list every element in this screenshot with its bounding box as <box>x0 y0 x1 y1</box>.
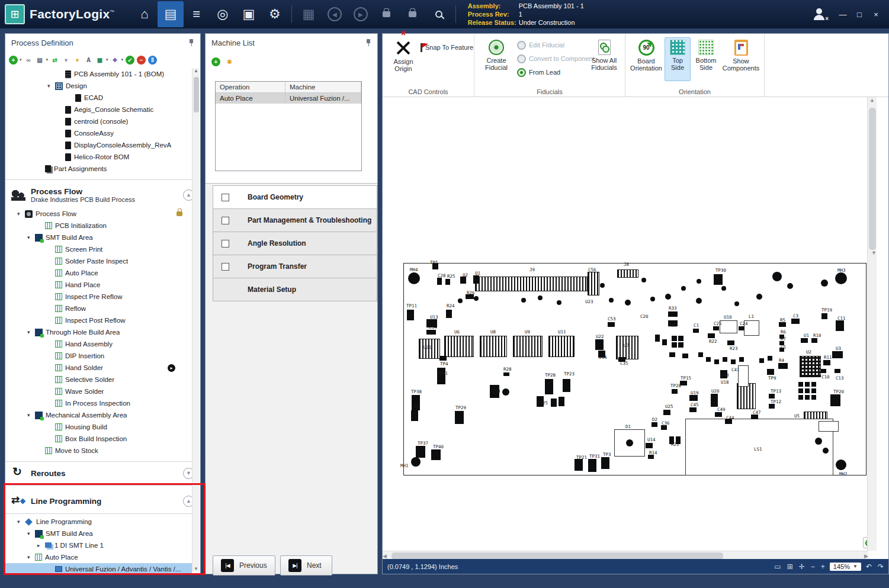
tree-item-process-flow[interactable]: ▾Process Flow <box>5 208 192 220</box>
tree-item-move-to-stock[interactable]: Move to Stock <box>5 445 192 457</box>
collapse-arrow-icon[interactable]: ▾ <box>17 519 25 525</box>
tree-item-design[interactable]: ▾Design <box>5 80 192 92</box>
navigator-icon[interactable]: ◎ <box>210 1 236 27</box>
unlock-icon[interactable] <box>374 1 400 27</box>
tree-item-in-process-inspection[interactable]: In Process Inspection <box>5 397 192 409</box>
lock-icon[interactable] <box>400 1 426 27</box>
tree-item-auto-place[interactable]: ▾Auto Place <box>5 551 192 563</box>
scrollbar-thumb[interactable] <box>869 108 876 250</box>
search-icon[interactable] <box>426 1 452 27</box>
collapse-arrow-icon[interactable]: ▾ <box>47 83 55 89</box>
machine-settings-icon[interactable]: ✱ <box>225 57 234 66</box>
dropdown-caret-icon[interactable]: ▾ <box>106 57 108 62</box>
materials-icon[interactable]: ≡ <box>184 1 210 27</box>
attach-icon[interactable]: ∞ <box>24 56 33 65</box>
next-button[interactable]: ▶| Next <box>280 555 332 576</box>
tree-item-inspect-pre-reflow[interactable]: Inspect Pre Reflow <box>5 291 192 303</box>
section-angle-resolution[interactable]: Angle Resolution <box>213 232 377 255</box>
process-definition-icon[interactable]: ▤ <box>158 1 184 27</box>
pin-icon[interactable] <box>365 39 371 46</box>
tree-item-universal-fuzion-advantis-vantis[interactable]: Universal Fuzion / Advantis / Vantis /..… <box>5 563 192 574</box>
zoom-out-icon[interactable]: − <box>811 563 815 571</box>
section-checkbox[interactable] <box>222 194 229 201</box>
reroutes-section-header[interactable]: Reroutes ▼ <box>5 464 200 483</box>
process-flow-section-header[interactable]: Process Flow Drake Industries PCB Build … <box>5 183 200 207</box>
panel-scrollbar[interactable]: ▲ ▼ <box>192 68 200 571</box>
tree-item-pcb-assembly-101-1-bom[interactable]: PCB Assembly 101 - 1 (BOM) <box>5 68 192 80</box>
rotate-cw-icon[interactable]: ↷ <box>878 563 884 571</box>
approve-icon[interactable]: ✓ <box>126 56 134 65</box>
palette-icon[interactable]: ❖ <box>111 56 120 65</box>
show-components-button[interactable]: Show Components <box>721 37 760 81</box>
tree-item-smt-build-area[interactable]: ▾SMT Build Area <box>5 528 192 539</box>
scroll-up-icon[interactable]: ▲ <box>869 97 875 103</box>
section-program-transfer[interactable]: Program Transfer <box>213 255 377 278</box>
hold-icon[interactable]: ‖ <box>148 56 157 65</box>
tree-item-displayconsoleassembly-reva[interactable]: DisplayConsoleAssembly_RevA <box>5 139 192 151</box>
assign-origin-button[interactable]: Assign Origin <box>386 37 421 81</box>
zoom-window-icon[interactable]: ⊞ <box>787 563 793 571</box>
back-icon[interactable]: ◀ <box>322 1 348 27</box>
tree-item-1-di-smt-line-1[interactable]: ▸1 DI SMT Line 1 <box>5 539 192 551</box>
ink-icon[interactable]: ▾ <box>73 56 82 65</box>
maximize-button[interactable]: □ <box>852 7 866 21</box>
close-button[interactable]: × <box>869 7 883 21</box>
tree-item-aegis-console-schematic[interactable]: Aegis_Console Schematic <box>5 104 192 115</box>
tree-item-inspect-post-reflow[interactable]: Inspect Post Reflow <box>5 314 192 326</box>
home-icon[interactable]: ⌂ <box>131 1 158 27</box>
collapse-arrow-icon[interactable]: ▾ <box>27 531 35 536</box>
tree-item-pcb-initialization[interactable]: PCB Initialization <box>5 220 192 232</box>
expand-arrow-icon[interactable]: ▸ <box>37 542 45 548</box>
add-icon[interactable]: + <box>9 56 18 65</box>
tree-item-ecad[interactable]: ECAD <box>5 92 192 104</box>
user-icon[interactable]: × <box>813 8 825 20</box>
tree-item-selective-solder[interactable]: Selective Solder <box>5 374 192 385</box>
tree-item-through-hole-build-area[interactable]: ▾Through Hole Build Area <box>5 326 192 338</box>
tree-item-wave-solder[interactable]: Wave Solder <box>5 385 192 397</box>
select-region-icon[interactable]: ▭ <box>774 563 781 571</box>
scrollbar-thumb[interactable] <box>391 552 723 560</box>
line-programming-section-header[interactable]: Line Programming ▲ <box>5 491 200 511</box>
pin-icon[interactable] <box>188 39 194 46</box>
tree-item-line-programming[interactable]: ▾Line Programming <box>5 516 192 528</box>
collapse-arrow-icon[interactable]: ▾ <box>27 412 35 418</box>
section-part-management-troubleshooting[interactable]: Part Management & Troubleshooting <box>213 208 377 232</box>
tree-item-dip-insertion[interactable]: DIP Insertion <box>5 350 192 362</box>
from-lead-button[interactable]: From Lead <box>517 66 560 79</box>
scroll-right-icon[interactable]: ▶ <box>864 553 868 559</box>
pan-icon[interactable]: ✛ <box>799 563 805 571</box>
tree-item-screen-print[interactable]: Screen Print <box>5 243 192 255</box>
previous-button[interactable]: |◀ Previous <box>213 555 275 576</box>
cad-canvas[interactable]: MH4TP5C28R25Q2Q1R26J9C56U23J8TP30MH3TP11… <box>383 97 888 560</box>
save-icon[interactable]: ▦ <box>296 1 322 27</box>
remove-icon[interactable]: − <box>137 56 146 65</box>
sync-icon[interactable]: ⇄ <box>50 56 59 65</box>
column-header-operation[interactable]: Operation <box>216 82 285 92</box>
tree-item-centroid-console[interactable]: centroid (console) <box>5 115 192 127</box>
scroll-up-icon[interactable]: ▲ <box>194 68 198 73</box>
forward-icon[interactable]: ▶ <box>348 1 374 27</box>
label-icon[interactable]: A <box>84 56 93 65</box>
minimize-button[interactable]: — <box>836 7 850 21</box>
tree-item-reflow[interactable]: Reflow <box>5 303 192 314</box>
section-checkbox[interactable] <box>222 217 229 224</box>
show-all-fiducials-button[interactable]: Show All Fiducials <box>587 37 621 81</box>
snap-to-feature-button[interactable]: Snap To Feature <box>421 41 473 54</box>
marker-icon[interactable]: ▾ <box>62 56 70 65</box>
tree-item-auto-place[interactable]: Auto Place <box>5 267 192 279</box>
dropdown-caret-icon[interactable]: ▾ <box>20 57 22 62</box>
table-row[interactable]: Auto PlaceUniversal Fuzion /... <box>216 93 361 104</box>
tree-item-box-build-inspection[interactable]: Box Build Inspection <box>5 433 192 445</box>
print-icon[interactable]: ▤ <box>36 56 44 65</box>
tree-item-solder-paste-inspect[interactable]: Solder Paste Inspect <box>5 255 192 267</box>
dropdown-caret-icon[interactable]: ▾ <box>46 57 49 62</box>
add-machine-icon[interactable]: + <box>211 57 220 66</box>
create-fiducial-button[interactable]: Create Fiducial <box>479 37 513 81</box>
tree-item-hand-solder[interactable]: Hand Solder▸ <box>5 362 192 374</box>
top-side-button[interactable]: Top Side <box>665 37 691 81</box>
section-board-geometry[interactable]: Board Geometry <box>213 185 377 209</box>
column-header-machine[interactable]: Machine <box>285 82 361 92</box>
bottom-side-button[interactable]: Bottom Side <box>692 37 720 81</box>
zoom-level-select[interactable]: 145% ▼ <box>830 563 861 571</box>
collapse-arrow-icon[interactable]: ▾ <box>17 211 25 217</box>
